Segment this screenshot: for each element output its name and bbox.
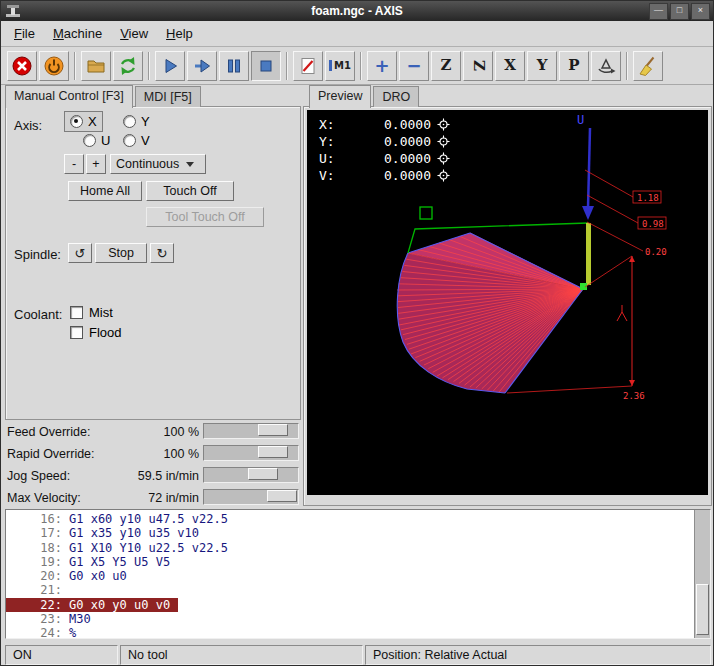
gcode-listing[interactable]: 16:G1 x60 y10 u47.5 v22.5 17:G1 x35 y10 … xyxy=(5,509,711,639)
open-folder-icon xyxy=(85,55,107,77)
machine-power-button[interactable] xyxy=(39,51,69,81)
open-file-button[interactable] xyxy=(81,51,111,81)
feed-override-value: 100 % xyxy=(164,425,199,439)
axis-radio-v-label: V xyxy=(141,133,150,148)
broom-icon xyxy=(637,55,659,77)
gcode-line[interactable]: 23:M30 xyxy=(6,612,710,626)
rapid-override-value: 100 % xyxy=(164,447,199,461)
jog-speed-slider[interactable] xyxy=(203,467,299,483)
axis-radio-u[interactable]: U xyxy=(78,131,115,150)
menu-view[interactable]: View xyxy=(111,23,157,44)
axis-radio-u-label: U xyxy=(101,133,110,148)
gcode-line[interactable]: 17:G1 x35 y10 u35 v10 xyxy=(6,526,710,540)
gcode-scrollbar[interactable] xyxy=(694,510,710,638)
tab-manual-control[interactable]: Manual Control [F3] xyxy=(5,85,133,108)
jog-minus-button[interactable]: - xyxy=(64,154,84,174)
tab-preview[interactable]: Preview xyxy=(309,85,371,108)
dro-axis-label: Y: xyxy=(319,134,345,149)
view-z-button[interactable]: Z xyxy=(431,51,461,81)
checkbox-icon xyxy=(70,326,83,339)
run-from-line-button[interactable] xyxy=(187,51,217,81)
view-z-rotated-button[interactable]: Z xyxy=(463,51,493,81)
step-arrow-icon xyxy=(191,55,213,77)
menu-file[interactable]: File xyxy=(5,23,44,44)
gcode-line[interactable]: 19:G1 X5 Y5 U5 V5 xyxy=(6,555,710,569)
maximize-button[interactable]: □ xyxy=(670,3,689,20)
flood-checkbox[interactable]: Flood xyxy=(70,325,122,340)
tool-touch-off-button[interactable]: Tool Touch Off xyxy=(146,207,264,227)
axis-radio-x-label: X xyxy=(88,114,97,129)
gcode-line[interactable]: 18:G1 X10 Y10 u22.5 v22.5 xyxy=(6,541,710,555)
dro-value: 0.0000 xyxy=(345,134,431,149)
gcode-line[interactable]: 20:G0 x0 u0 xyxy=(6,569,710,583)
menu-help[interactable]: Help xyxy=(157,23,202,44)
view-y-icon: Y xyxy=(537,58,548,73)
axis-radio-v[interactable]: V xyxy=(118,131,155,150)
tab-dro[interactable]: DRO xyxy=(373,86,419,107)
zoom-out-button[interactable]: − xyxy=(399,51,429,81)
toolbar-separator xyxy=(626,52,628,80)
max-velocity-row: Max Velocity: 72 in/min xyxy=(5,487,301,509)
gcode-line[interactable]: 24:% xyxy=(6,626,710,639)
toolbar-separator xyxy=(148,52,150,80)
machine-state-cell: ON xyxy=(5,645,118,665)
dro-readout: X: 0.0000 Y: 0.0000 U: 0.0000 V: 0.0000 xyxy=(319,116,450,184)
crosshair-icon xyxy=(437,118,450,131)
tab-mdi[interactable]: MDI [F5] xyxy=(135,86,201,107)
scrollbar-thumb[interactable] xyxy=(696,584,709,635)
max-velocity-slider[interactable] xyxy=(203,489,299,505)
rapid-override-slider[interactable] xyxy=(203,445,299,461)
jog-mode-dropdown[interactable]: Continuous xyxy=(110,154,206,174)
touch-off-button[interactable]: Touch Off xyxy=(146,181,234,201)
slider-handle[interactable] xyxy=(258,446,288,458)
spindle-stop-button[interactable]: Stop xyxy=(95,243,147,263)
menubar: File Machine View Help xyxy=(1,21,713,47)
pause-button[interactable] xyxy=(219,51,249,81)
minimize-button[interactable]: — xyxy=(649,3,668,20)
view-p-button[interactable]: P xyxy=(559,51,589,81)
down-arrow-icon xyxy=(582,206,594,220)
menu-machine[interactable]: Machine xyxy=(44,23,111,44)
zoom-in-button[interactable]: + xyxy=(367,51,397,81)
rapid-override-label: Rapid Override: xyxy=(7,447,95,461)
slider-handle[interactable] xyxy=(267,490,297,502)
play-icon xyxy=(159,55,181,77)
dim-label: 0.98 xyxy=(642,219,664,229)
slider-handle[interactable] xyxy=(258,424,288,436)
radio-icon xyxy=(70,115,83,128)
dro-axis-label: V: xyxy=(319,168,345,183)
radio-icon xyxy=(123,115,136,128)
crosshair-icon xyxy=(437,135,450,148)
close-button[interactable]: × xyxy=(691,3,710,20)
stop-button[interactable] xyxy=(251,51,281,81)
spindle-cw-button[interactable]: ↻ xyxy=(150,243,174,263)
preview-canvas[interactable]: X: 0.0000 Y: 0.0000 U: 0.0000 V: 0.0000 xyxy=(307,110,708,495)
max-velocity-value: 72 in/min xyxy=(148,491,199,505)
spindle-ccw-button[interactable]: ↺ xyxy=(68,243,92,263)
mist-checkbox[interactable]: Mist xyxy=(70,305,113,320)
estop-button[interactable] xyxy=(7,51,37,81)
zoom-in-icon: + xyxy=(374,57,389,75)
axis-radio-x[interactable]: X xyxy=(64,111,103,132)
reload-file-button[interactable] xyxy=(113,51,143,81)
titlebar[interactable]: foam.ngc - AXIS — □ × xyxy=(1,1,713,21)
crosshair-icon xyxy=(437,169,450,182)
coolant-label: Coolant: xyxy=(14,307,62,322)
feed-override-slider[interactable] xyxy=(203,423,299,439)
clear-plot-button[interactable] xyxy=(633,51,663,81)
slider-handle[interactable] xyxy=(248,468,278,480)
gcode-line-active[interactable]: 22:G0 x0 y0 u0 v0 xyxy=(6,598,178,612)
home-all-button[interactable]: Home All xyxy=(68,181,142,201)
gcode-line[interactable]: 16:G1 x60 y10 u47.5 v22.5 xyxy=(6,512,710,526)
axis-label: Axis: xyxy=(14,118,42,133)
gcode-line[interactable]: 21: xyxy=(6,583,710,597)
view-x-button[interactable]: X xyxy=(495,51,525,81)
run-button[interactable] xyxy=(155,51,185,81)
jog-plus-button[interactable]: + xyxy=(86,154,106,174)
view-y-button[interactable]: Y xyxy=(527,51,557,81)
skip-lines-toggle[interactable] xyxy=(293,51,323,81)
m1-icon: M1 xyxy=(329,60,351,71)
axis-radio-y[interactable]: Y xyxy=(118,112,155,131)
optional-pause-toggle[interactable]: M1 xyxy=(325,51,355,81)
rotate-view-button[interactable] xyxy=(591,51,621,81)
